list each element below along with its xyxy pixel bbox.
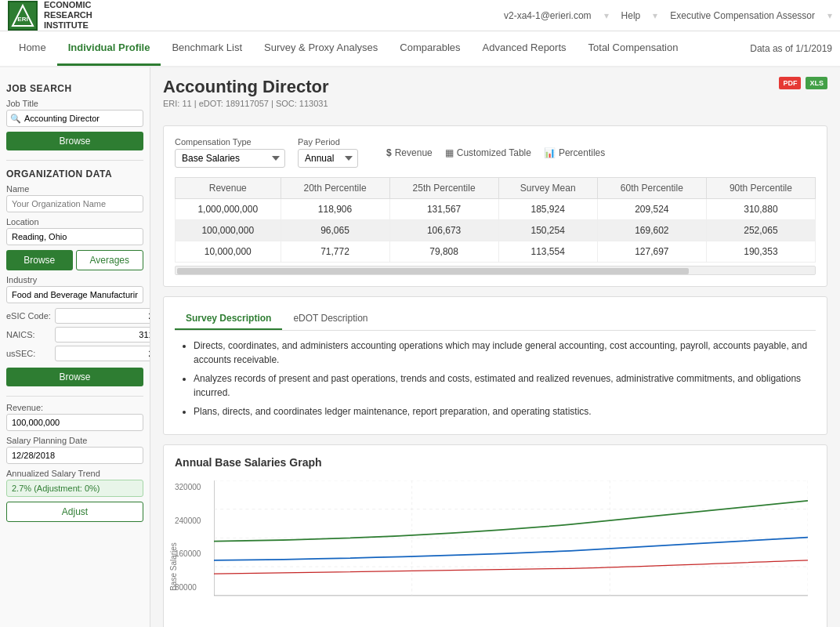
nav-comparables[interactable]: Comparables (389, 31, 471, 66)
table-cell: 190,353 (706, 241, 815, 263)
table-row: 100,000,00096,065106,673150,254169,60225… (176, 220, 816, 241)
table-scrollbar-thumb (177, 268, 689, 274)
nav-total-compensation[interactable]: Total Compensation (578, 31, 690, 66)
browse-button[interactable]: Browse (6, 132, 143, 150)
survey-desc-tab[interactable]: Survey Description (175, 308, 282, 330)
ussec-input[interactable] (55, 346, 150, 361)
pay-period-label: Pay Period (298, 137, 358, 147)
browse2-button[interactable]: Browse (6, 250, 73, 270)
comp-type-select[interactable]: Base Salaries Total Cash Total Compensat… (175, 149, 285, 168)
logo-icon: ERI (8, 1, 38, 31)
table-cell: 118,906 (281, 199, 389, 220)
y-label-160k: 160000 (175, 549, 201, 558)
job-title-input[interactable] (6, 110, 143, 127)
sidebar: JOB SEARCH Job Title 🔍 Browse ORGANIZATI… (0, 67, 150, 627)
table-cell: 252,065 (706, 220, 815, 241)
org-data-title: ORGANIZATION DATA (6, 169, 143, 179)
table-cell: 113,554 (498, 241, 597, 263)
y-axis-title: Base Salaries (169, 542, 178, 591)
browse-averages-row: Browse Averages (6, 250, 143, 270)
location-input[interactable] (6, 228, 143, 245)
y-label-320k: 320000 (175, 483, 201, 491)
svg-text:ERI: ERI (17, 16, 27, 23)
table-cell: 131,567 (389, 199, 498, 220)
table-cell: 185,924 (498, 199, 597, 220)
comp-type-label: Compensation Type (175, 137, 285, 147)
search-icon: 🔍 (10, 114, 21, 124)
col-90th: 90th Percentile (706, 178, 815, 199)
naics-row: NAICS: (6, 327, 143, 342)
table-row: 1,000,000,000118,906131,567185,924209,52… (176, 199, 816, 220)
salary-trend-input[interactable] (6, 480, 143, 497)
table-cell: 169,602 (597, 220, 706, 241)
col-revenue: Revenue (176, 178, 281, 199)
page-title: Accounting Director (163, 77, 328, 97)
user-email[interactable]: v2-xa4-1@erieri.com (504, 10, 592, 21)
salary-date-label: Salary Planning Date (6, 436, 143, 445)
table-cell: 10,000,000 (176, 241, 281, 263)
chart-svg (214, 480, 808, 627)
desc-bullets: Directs, coordinates, and administers ac… (175, 339, 816, 419)
col-20th: 20th Percentile (281, 178, 389, 199)
main-layout: JOB SEARCH Job Title 🔍 Browse ORGANIZATI… (0, 67, 840, 627)
pay-period-group: Pay Period Annual Monthly Hourly (298, 137, 358, 168)
esic-label: eSIC Code: (6, 311, 55, 321)
graph-title: Annual Base Salaries Graph (175, 456, 816, 469)
table-cell: 96,065 (281, 220, 389, 241)
nav-bar: Home Individual Profile Benchmark List S… (0, 31, 840, 67)
naics-input[interactable] (55, 327, 150, 342)
table-cell: 1,000,000,000 (176, 199, 281, 220)
org-name-input[interactable] (6, 195, 143, 212)
app-name[interactable]: Executive Compensation Assessor (670, 10, 815, 21)
location-label: Location (6, 217, 143, 227)
table-cell: 209,524 (597, 199, 706, 220)
table-cell: 127,697 (597, 241, 706, 263)
top-bar-right: v2-xa4-1@erieri.com ▾ Help ▾ Executive C… (504, 10, 832, 21)
nav-survey-proxy[interactable]: Survey & Proxy Analyses (253, 31, 389, 66)
data-table: Revenue 20th Percentile 25th Percentile … (175, 177, 816, 263)
top-bar: ERI ECONOMICRESEARCHINSTITUTE v2-xa4-1@e… (0, 0, 840, 31)
edot-desc-tab[interactable]: eDOT Description (282, 308, 378, 330)
job-search-title: JOB SEARCH (6, 83, 143, 94)
averages-button[interactable]: Averages (76, 250, 144, 270)
comp-controls: Compensation Type Base Salaries Total Ca… (175, 137, 816, 168)
help-link[interactable]: Help (621, 10, 641, 21)
table-cell: 310,880 (706, 199, 815, 220)
industry-input[interactable] (6, 286, 143, 303)
list-item: Analyzes records of present and past ope… (194, 371, 816, 400)
table-cell: 150,254 (498, 220, 597, 241)
xls-icon[interactable]: XLS (806, 77, 827, 89)
table-cell: 106,673 (389, 220, 498, 241)
data-table-wrapper: Revenue 20th Percentile 25th Percentile … (175, 177, 816, 275)
table-scrollbar[interactable] (175, 266, 816, 275)
nav-home[interactable]: Home (8, 31, 57, 66)
pdf-icon[interactable]: PDF (779, 77, 801, 89)
list-item: Directs, coordinates, and administers ac… (194, 339, 816, 367)
table-cell: 79,808 (389, 241, 498, 263)
nav-advanced-reports[interactable]: Advanced Reports (472, 31, 578, 66)
name-label: Name (6, 184, 143, 194)
page-subtitle: ERI: 11 | eDOT: 189117057 | SOC: 113031 (163, 99, 328, 108)
browse3-button[interactable]: Browse (6, 368, 143, 386)
salary-trend-label: Annualized Salary Trend (6, 469, 143, 478)
y-label-240k: 240000 (175, 516, 201, 525)
esic-input[interactable] (55, 308, 150, 324)
adjust-button[interactable]: Adjust (6, 502, 143, 522)
nav-individual-profile[interactable]: Individual Profile (57, 31, 161, 66)
customized-table-tab[interactable]: ▦ Customized Table (445, 147, 531, 158)
graph-container: 320000 240000 160000 80000 Base Salaries… (175, 477, 816, 627)
salary-date-input[interactable] (6, 447, 143, 464)
desc-tabs: Survey Description eDOT Description (175, 308, 816, 331)
table-row: 10,000,00071,77279,808113,554127,697190,… (176, 241, 816, 263)
comp-type-group: Compensation Type Base Salaries Total Ca… (175, 137, 285, 168)
revenue-input[interactable] (6, 414, 143, 431)
comp-tabs: $ Revenue ▦ Customized Table 📊 Percentil… (386, 147, 605, 158)
col-mean: Survey Mean (498, 178, 597, 199)
pay-period-select[interactable]: Annual Monthly Hourly (298, 149, 358, 168)
table-icon: ▦ (445, 147, 454, 158)
percentiles-tab[interactable]: 📊 Percentiles (544, 147, 605, 158)
nav-benchmark-list[interactable]: Benchmark List (161, 31, 253, 66)
job-title-label: Job Title (6, 99, 143, 108)
revenue-tab[interactable]: $ Revenue (386, 147, 433, 158)
industry-label: Industry (6, 275, 143, 285)
